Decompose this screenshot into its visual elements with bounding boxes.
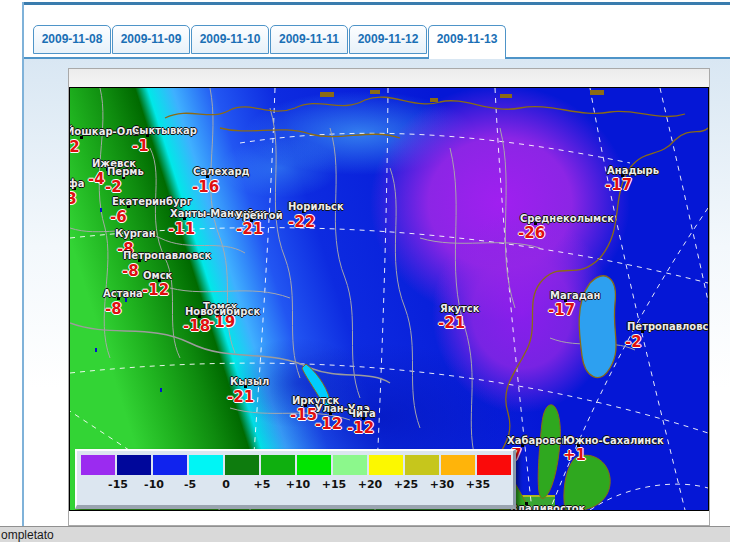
legend-swatch (369, 455, 403, 475)
tab-2009-11-11[interactable]: 2009-11-11 (270, 25, 348, 54)
legend-swatch (477, 455, 511, 475)
city-temp-label: -22 (288, 213, 315, 231)
weather-map: Йошкар-Ола -2 Сыктывкар -1 Ижевск -4 Пер… (69, 87, 709, 511)
tab-2009-11-13[interactable]: 2009-11-13 (428, 25, 506, 59)
legend-swatches (81, 455, 513, 475)
legend-swatch (225, 455, 259, 475)
legend-label: 0 (208, 478, 244, 491)
legend-swatch (153, 455, 187, 475)
city-temp-label: -2 (625, 333, 642, 351)
legend-label: -5 (172, 478, 208, 491)
city-name-label: Йошкар-Ола (69, 126, 139, 137)
tab-2009-11-10[interactable]: 2009-11-10 (191, 25, 269, 54)
tab-2009-11-12[interactable]: 2009-11-12 (349, 25, 427, 54)
legend-label: +35 (460, 478, 496, 491)
legend-label: +10 (280, 478, 316, 491)
city-temp-label: -12 (142, 281, 169, 299)
city-name-label: Петропавловск (627, 321, 709, 332)
city-name-label: Южно-Сахалинск (563, 435, 664, 446)
city-temp-label: -26 (518, 224, 545, 242)
city-temp-label: -17 (548, 301, 575, 319)
legend-label: +15 (316, 478, 352, 491)
city-temp-label: -1 (132, 137, 149, 155)
city-temp-label: -2 (69, 138, 80, 156)
city-temp-label: +1 (563, 446, 586, 464)
city-name-label: Магадан (550, 290, 600, 301)
city-name-label: Курган (115, 228, 156, 239)
city-temp-label: -3 (69, 190, 77, 208)
legend-label: +20 (352, 478, 388, 491)
legend-swatch (261, 455, 295, 475)
city-temp-label: -21 (236, 220, 263, 238)
status-bar: ompletato (0, 526, 730, 542)
legend-label: +5 (244, 478, 280, 491)
city-name-label: Омск (143, 270, 172, 281)
page-top-border (22, 2, 730, 5)
city-name-label: Норильск (288, 201, 344, 212)
city-temp-label: -8 (105, 300, 122, 318)
legend-swatch (441, 455, 475, 475)
city-name-label: Салехард (193, 166, 250, 177)
legend-swatch (117, 455, 151, 475)
city-name-label: Петропавловск (123, 250, 211, 261)
city-temp-label: -18 (183, 317, 210, 335)
city-name-label: Якутск (440, 303, 480, 314)
legend-swatch (189, 455, 223, 475)
map-image (70, 88, 708, 510)
city-name-label: Новосибирск (185, 306, 260, 317)
city-name-label: Уфа (69, 178, 84, 189)
city-temp-label: -8 (122, 262, 139, 280)
city-temp-label: -12 (347, 419, 374, 437)
city-temp-label: -6 (110, 208, 127, 226)
legend-label: -10 (136, 478, 172, 491)
city-name-label: Анадырь (607, 165, 659, 176)
city-temp-label: -16 (192, 178, 219, 196)
status-text: ompletato (1, 528, 54, 542)
city-name-label: Пермь (107, 166, 144, 177)
legend-label: -15 (100, 478, 136, 491)
legend-label: +25 (388, 478, 424, 491)
city-name-label: Хабаровск (507, 435, 568, 446)
tab-2009-11-08[interactable]: 2009-11-08 (33, 25, 111, 54)
legend-labels: -15 -10 -5 0 +5 +10 +15 +20 +25 +30 +35 (77, 475, 513, 493)
temperature-legend: -15 -10 -5 0 +5 +10 +15 +20 +25 +30 +35 (75, 449, 516, 509)
city-name-label: Владивосток (510, 503, 585, 511)
city-name-label: Сыктывкар (132, 125, 197, 136)
city-temp-label: -21 (227, 388, 254, 406)
legend-swatch (297, 455, 331, 475)
city-name-label: Среднеколымск (520, 213, 614, 224)
city-name-label: Кызыл (230, 376, 269, 387)
city-name-label: Чита (348, 408, 376, 419)
city-temp-label: -4 (88, 170, 105, 188)
date-tabs: 2009-11-08 2009-11-09 2009-11-10 2009-11… (33, 25, 507, 59)
city-temp-label: -2 (105, 178, 122, 196)
city-name-label: Екатеринбург (112, 196, 192, 207)
legend-label: +30 (424, 478, 460, 491)
legend-swatch (81, 455, 115, 475)
city-temp-label: -12 (315, 415, 342, 433)
city-name-label: Астана (103, 288, 143, 299)
city-temp-label: -15 (290, 406, 317, 424)
city-temp-label: -21 (438, 314, 465, 332)
city-temp-label: -17 (605, 176, 632, 194)
tab-2009-11-09[interactable]: 2009-11-09 (112, 25, 190, 54)
legend-swatch (405, 455, 439, 475)
city-temp-label: -11 (168, 220, 195, 238)
legend-swatch (333, 455, 367, 475)
